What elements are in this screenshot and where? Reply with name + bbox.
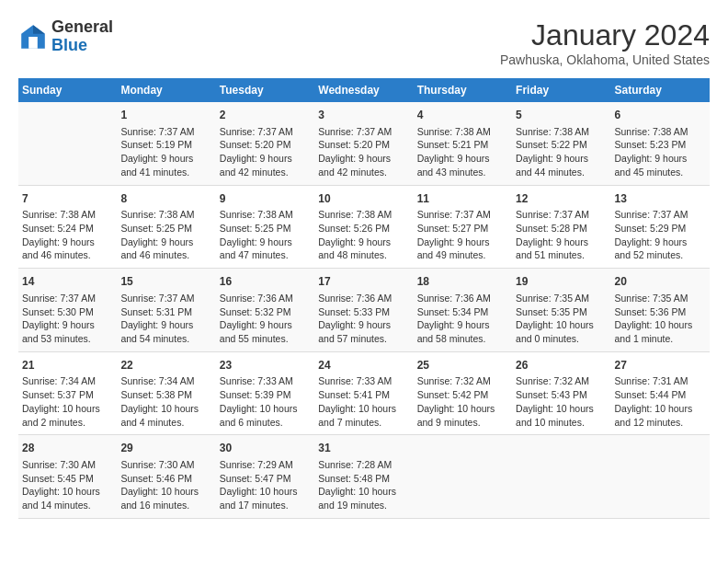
calendar-cell xyxy=(414,435,512,519)
logo-blue-text: Blue xyxy=(51,36,87,54)
day-number: 8 xyxy=(120,191,211,207)
day-number: 23 xyxy=(220,358,311,373)
day-number: 10 xyxy=(318,191,409,207)
day-number: 27 xyxy=(615,358,706,373)
day-number: 9 xyxy=(220,191,311,207)
calendar-cell: 14Sunrise: 7:37 AM Sunset: 5:30 PM Dayli… xyxy=(18,269,117,352)
calendar-cell xyxy=(18,102,117,185)
day-number: 21 xyxy=(22,358,113,373)
day-content: Sunrise: 7:35 AM Sunset: 5:35 PM Dayligh… xyxy=(516,292,607,346)
calendar-header: SundayMondayTuesdayWednesdayThursdayFrid… xyxy=(18,78,710,102)
header-day-sunday: Sunday xyxy=(18,78,117,102)
day-number: 5 xyxy=(516,108,607,123)
calendar-cell: 1Sunrise: 7:37 AM Sunset: 5:19 PM Daylig… xyxy=(117,102,215,185)
calendar-cell: 24Sunrise: 7:33 AM Sunset: 5:41 PM Dayli… xyxy=(314,351,413,435)
day-content: Sunrise: 7:38 AM Sunset: 5:21 PM Dayligh… xyxy=(417,125,508,179)
day-number: 13 xyxy=(615,191,706,207)
day-content: Sunrise: 7:28 AM Sunset: 5:48 PM Dayligh… xyxy=(318,458,409,512)
calendar-cell: 31Sunrise: 7:28 AM Sunset: 5:48 PM Dayli… xyxy=(314,435,413,519)
header-day-tuesday: Tuesday xyxy=(216,78,314,102)
day-content: Sunrise: 7:34 AM Sunset: 5:38 PM Dayligh… xyxy=(120,374,211,429)
location: Pawhuska, Oklahoma, United States xyxy=(500,52,710,67)
calendar-cell: 28Sunrise: 7:30 AM Sunset: 5:45 PM Dayli… xyxy=(18,435,117,519)
day-content: Sunrise: 7:37 AM Sunset: 5:31 PM Dayligh… xyxy=(120,292,211,346)
header-day-wednesday: Wednesday xyxy=(314,78,413,102)
calendar-cell: 21Sunrise: 7:34 AM Sunset: 5:37 PM Dayli… xyxy=(18,351,117,435)
week-row-0: 1Sunrise: 7:37 AM Sunset: 5:19 PM Daylig… xyxy=(18,102,710,185)
day-content: Sunrise: 7:37 AM Sunset: 5:28 PM Dayligh… xyxy=(516,208,607,262)
day-number: 11 xyxy=(417,191,508,207)
day-number: 4 xyxy=(417,108,508,123)
calendar-cell: 15Sunrise: 7:37 AM Sunset: 5:31 PM Dayli… xyxy=(117,269,215,352)
calendar-cell: 2Sunrise: 7:37 AM Sunset: 5:20 PM Daylig… xyxy=(216,102,314,185)
day-content: Sunrise: 7:31 AM Sunset: 5:44 PM Dayligh… xyxy=(615,374,706,429)
day-content: Sunrise: 7:30 AM Sunset: 5:45 PM Dayligh… xyxy=(22,458,113,512)
day-number: 1 xyxy=(120,108,211,123)
header-day-thursday: Thursday xyxy=(414,78,512,102)
day-content: Sunrise: 7:32 AM Sunset: 5:42 PM Dayligh… xyxy=(417,374,508,429)
day-number: 19 xyxy=(516,274,607,290)
day-number: 25 xyxy=(417,358,508,373)
day-number: 7 xyxy=(22,191,113,207)
header-row: SundayMondayTuesdayWednesdayThursdayFrid… xyxy=(18,78,710,102)
calendar-cell: 5Sunrise: 7:38 AM Sunset: 5:22 PM Daylig… xyxy=(512,102,610,185)
calendar-body: 1Sunrise: 7:37 AM Sunset: 5:19 PM Daylig… xyxy=(18,102,710,518)
day-number: 28 xyxy=(22,441,113,456)
day-content: Sunrise: 7:33 AM Sunset: 5:41 PM Dayligh… xyxy=(318,374,409,429)
day-content: Sunrise: 7:30 AM Sunset: 5:46 PM Dayligh… xyxy=(120,458,211,512)
day-number: 12 xyxy=(516,191,607,207)
svg-rect-2 xyxy=(28,37,38,49)
day-number: 29 xyxy=(120,441,211,456)
calendar-cell xyxy=(512,435,610,519)
calendar-cell: 22Sunrise: 7:34 AM Sunset: 5:38 PM Dayli… xyxy=(117,351,215,435)
day-content: Sunrise: 7:38 AM Sunset: 5:25 PM Dayligh… xyxy=(120,208,211,262)
day-content: Sunrise: 7:34 AM Sunset: 5:37 PM Dayligh… xyxy=(22,374,113,429)
calendar-cell: 3Sunrise: 7:37 AM Sunset: 5:20 PM Daylig… xyxy=(314,102,413,185)
day-content: Sunrise: 7:32 AM Sunset: 5:43 PM Dayligh… xyxy=(516,374,607,429)
day-content: Sunrise: 7:37 AM Sunset: 5:29 PM Dayligh… xyxy=(615,208,706,262)
calendar-cell: 19Sunrise: 7:35 AM Sunset: 5:35 PM Dayli… xyxy=(512,269,610,352)
week-row-4: 28Sunrise: 7:30 AM Sunset: 5:45 PM Dayli… xyxy=(18,435,710,519)
day-content: Sunrise: 7:38 AM Sunset: 5:22 PM Dayligh… xyxy=(516,125,607,179)
day-number: 14 xyxy=(22,274,113,290)
logo: General Blue xyxy=(18,18,113,55)
header-day-friday: Friday xyxy=(512,78,610,102)
calendar-cell: 25Sunrise: 7:32 AM Sunset: 5:42 PM Dayli… xyxy=(414,351,512,435)
calendar-cell: 8Sunrise: 7:38 AM Sunset: 5:25 PM Daylig… xyxy=(117,185,215,269)
day-content: Sunrise: 7:29 AM Sunset: 5:47 PM Dayligh… xyxy=(220,458,311,512)
svg-marker-1 xyxy=(33,25,45,34)
day-content: Sunrise: 7:37 AM Sunset: 5:20 PM Dayligh… xyxy=(318,125,409,179)
calendar-cell: 7Sunrise: 7:38 AM Sunset: 5:24 PM Daylig… xyxy=(18,185,117,269)
calendar-cell: 16Sunrise: 7:36 AM Sunset: 5:32 PM Dayli… xyxy=(216,269,314,352)
week-row-3: 21Sunrise: 7:34 AM Sunset: 5:37 PM Dayli… xyxy=(18,351,710,435)
day-content: Sunrise: 7:37 AM Sunset: 5:19 PM Dayligh… xyxy=(120,125,211,179)
month-title: January 2024 xyxy=(500,18,710,52)
day-number: 20 xyxy=(615,274,706,290)
calendar-cell: 13Sunrise: 7:37 AM Sunset: 5:29 PM Dayli… xyxy=(611,185,710,269)
calendar-cell: 10Sunrise: 7:38 AM Sunset: 5:26 PM Dayli… xyxy=(314,185,413,269)
day-number: 18 xyxy=(417,274,508,290)
title-block: January 2024 Pawhuska, Oklahoma, United … xyxy=(500,18,710,67)
week-row-1: 7Sunrise: 7:38 AM Sunset: 5:24 PM Daylig… xyxy=(18,185,710,269)
calendar-cell: 26Sunrise: 7:32 AM Sunset: 5:43 PM Dayli… xyxy=(512,351,610,435)
calendar-cell: 6Sunrise: 7:38 AM Sunset: 5:23 PM Daylig… xyxy=(611,102,710,185)
day-content: Sunrise: 7:36 AM Sunset: 5:34 PM Dayligh… xyxy=(417,292,508,346)
day-content: Sunrise: 7:37 AM Sunset: 5:27 PM Dayligh… xyxy=(417,208,508,262)
day-content: Sunrise: 7:38 AM Sunset: 5:24 PM Dayligh… xyxy=(22,208,113,262)
day-number: 16 xyxy=(220,274,311,290)
day-content: Sunrise: 7:38 AM Sunset: 5:23 PM Dayligh… xyxy=(615,125,706,179)
day-content: Sunrise: 7:36 AM Sunset: 5:33 PM Dayligh… xyxy=(318,292,409,346)
day-content: Sunrise: 7:33 AM Sunset: 5:39 PM Dayligh… xyxy=(220,374,311,429)
day-number: 22 xyxy=(120,358,211,373)
logo-text: General Blue xyxy=(51,18,113,55)
header-day-monday: Monday xyxy=(117,78,215,102)
calendar-cell: 27Sunrise: 7:31 AM Sunset: 5:44 PM Dayli… xyxy=(611,351,710,435)
calendar-cell: 29Sunrise: 7:30 AM Sunset: 5:46 PM Dayli… xyxy=(117,435,215,519)
day-content: Sunrise: 7:35 AM Sunset: 5:36 PM Dayligh… xyxy=(615,292,706,346)
page-header: General Blue January 2024 Pawhuska, Okla… xyxy=(18,18,710,67)
day-content: Sunrise: 7:37 AM Sunset: 5:20 PM Dayligh… xyxy=(220,125,311,179)
day-number: 3 xyxy=(318,108,409,123)
calendar-cell: 9Sunrise: 7:38 AM Sunset: 5:25 PM Daylig… xyxy=(216,185,314,269)
calendar-cell xyxy=(611,435,710,519)
day-content: Sunrise: 7:36 AM Sunset: 5:32 PM Dayligh… xyxy=(220,292,311,346)
